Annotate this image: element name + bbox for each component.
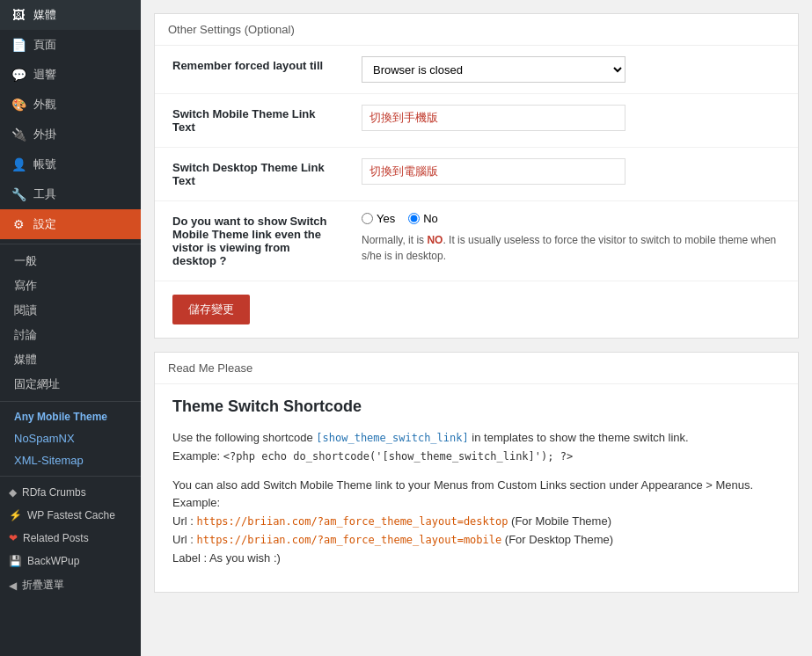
sidebar-label-media: 媒體 [33,7,56,23]
readme-para2: You can also add Switch Mobile Theme lin… [172,477,780,568]
sidebar-label-tools: 工具 [33,186,56,202]
radio-no-label[interactable]: No [408,212,438,225]
sidebar-item-any-mobile-theme[interactable]: Any Mobile Theme [0,406,141,427]
label-switch-desktop-text: Switch Desktop Theme Link Text [155,148,348,201]
sidebar-divider-3 [0,476,141,477]
media-icon: 🖼 [11,8,26,22]
radio-no-text: No [423,212,438,225]
sidebar-sub-writing[interactable]: 寫作 [0,273,141,298]
label-remember-layout: Remember forced layout till [155,46,348,94]
sidebar: 🖼 媒體 📄 頁面 💬 迴響 🎨 外觀 🔌 外掛 👤 帳號 🔧 工具 ⚙ 設定 … [0,0,141,656]
rdfa-crumbs-label: RDfa Crumbs [22,486,86,499]
sidebar-item-plugins[interactable]: 🔌 外掛 [0,120,141,149]
fold-menu-icon: ◀ [9,579,17,592]
sidebar-plugin-rdfa-crumbs[interactable]: ◆ RDfa Crumbs [0,481,141,504]
readme-title: Theme Switch Shortcode [172,397,780,416]
row-show-mobile-link: Do you want to show Switch Mobile Theme … [155,201,798,281]
sidebar-item-appearance[interactable]: 🎨 外觀 [0,90,141,120]
settings-table: Remember forced layout till Browser is c… [155,46,798,281]
comments-icon: 💬 [11,68,26,82]
readme-url1-label: Url : [172,514,196,528]
highlight-no: NO [427,234,443,246]
readme-url1-suffix: (For Mobile Theme) [508,514,611,528]
radio-yes-text: Yes [377,212,395,225]
readme-section: Read Me Please Theme Switch Shortcode Us… [154,352,799,593]
backwpup-label: BackWPup [27,555,79,567]
sidebar-item-xml-sitemap[interactable]: XML-Sitemap [0,449,141,471]
remember-layout-select[interactable]: Browser is closed Session ends 1 hour 1 … [362,56,625,83]
readme-url2-label: Url : [172,533,196,546]
save-button[interactable]: 儲存變更 [172,295,250,324]
switch-mobile-text-input[interactable] [362,105,625,131]
sidebar-label-users: 帳號 [33,157,56,172]
sidebar-label-settings: 設定 [33,216,56,232]
wp-fastest-cache-icon: ⚡ [9,509,22,521]
other-settings-section: Other Settings (Optional) Remember force… [154,13,799,339]
sidebar-item-settings[interactable]: ⚙ 設定 [0,209,141,239]
radio-group-show-mobile: Yes No [362,212,785,225]
sidebar-sub-permalinks[interactable]: 固定網址 [0,372,141,397]
radio-no[interactable] [408,213,420,224]
sidebar-plugin-wp-fastest-cache[interactable]: ⚡ WP Fastest Cache [0,504,141,527]
readme-para1-suffix: in templates to show the theme switch li… [469,431,689,444]
radio-yes-label[interactable]: Yes [362,212,395,225]
tools-icon: 🔧 [11,187,26,201]
sidebar-sub-discussion[interactable]: 討論 [0,323,141,347]
readme-example-code: <?php echo do_shortcode('[show_theme_swi… [223,450,573,463]
sidebar-item-media[interactable]: 🖼 媒體 [0,0,141,30]
value-show-mobile-link: Yes No Normally, it is NO. It is usually… [348,201,798,281]
wp-fastest-cache-label: WP Fastest Cache [27,509,115,521]
sidebar-item-users[interactable]: 👤 帳號 [0,149,141,179]
sidebar-sub-general[interactable]: 一般 [0,249,141,273]
backwpup-icon: 💾 [9,555,22,567]
related-posts-label: Related Posts [23,532,89,544]
readme-para1: Use the following shortcode [show_theme_… [172,429,780,466]
rdfa-crumbs-icon: ◆ [9,486,17,499]
sidebar-divider-1 [0,244,141,244]
value-switch-mobile-text [348,94,798,148]
main-content: Other Settings (Optional) Remember force… [141,0,812,656]
sidebar-sub-media[interactable]: 媒體 [0,347,141,372]
users-icon: 👤 [11,157,26,171]
sidebar-item-pages[interactable]: 📄 頁面 [0,30,141,60]
label-switch-mobile-text: Switch Mobile Theme Link Text [155,94,348,148]
value-switch-desktop-text [348,148,798,201]
url2-link[interactable]: https://briian.com/?am_force_theme_layou… [196,534,501,546]
plugins-icon: 🔌 [11,128,26,142]
readme-url2-suffix: (For Desktop Theme) [501,533,613,546]
settings-section-header: Other Settings (Optional) [155,14,798,46]
value-remember-layout: Browser is closed Session ends 1 hour 1 … [348,46,798,94]
url1-link[interactable]: https://briian.com/?am_force_theme_layou… [196,515,508,528]
shortcode-link[interactable]: [show_theme_switch_link] [316,432,468,444]
row-switch-mobile-text: Switch Mobile Theme Link Text [155,94,798,148]
readme-para1-example-label: Example: [172,449,223,463]
sidebar-plugin-backwpup[interactable]: 💾 BackWPup [0,550,141,572]
sidebar-divider-2 [0,401,141,402]
pages-icon: 📄 [11,38,26,52]
radio-yes[interactable] [362,213,373,224]
switch-desktop-text-input[interactable] [362,158,625,185]
show-mobile-description: Normally, it is NO. It is usually useles… [362,232,785,264]
related-posts-icon: ❤ [9,532,18,544]
save-btn-container: 儲存變更 [155,281,798,338]
sidebar-label-comments: 迴響 [33,67,56,83]
sidebar-plugin-related-posts[interactable]: ❤ Related Posts [0,527,141,550]
sidebar-item-tools[interactable]: 🔧 工具 [0,179,141,209]
sidebar-label-appearance: 外觀 [33,97,56,113]
fold-menu-label: 折疊選單 [22,578,64,593]
appearance-icon: 🎨 [11,98,26,112]
readme-para2-text: You can also add Switch Mobile Theme lin… [172,478,753,492]
row-remember-layout: Remember forced layout till Browser is c… [155,46,798,94]
readme-para2-example: Example: [172,496,220,509]
readme-body: Theme Switch Shortcode Use the following… [155,384,798,592]
settings-icon: ⚙ [11,217,26,231]
sidebar-label-plugins: 外掛 [33,127,56,142]
sidebar-sub-reading[interactable]: 閱讀 [0,298,141,323]
readme-label-line: Label : As you wish :) [172,551,281,565]
sidebar-item-nospamnx[interactable]: NoSpamNX [0,427,141,449]
sidebar-item-comments[interactable]: 💬 迴響 [0,60,141,90]
label-show-mobile-link: Do you want to show Switch Mobile Theme … [155,201,348,281]
sidebar-plugin-fold-menu[interactable]: ◀ 折疊選單 [0,572,141,598]
readme-header: Read Me Please [155,353,798,384]
row-switch-desktop-text: Switch Desktop Theme Link Text [155,148,798,201]
